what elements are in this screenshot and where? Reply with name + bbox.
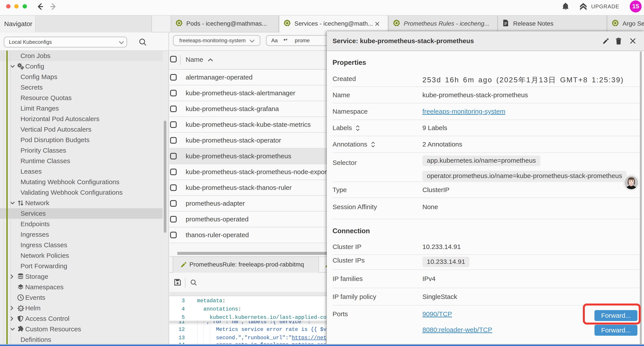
svg-text:HELM: HELM [18,308,23,310]
